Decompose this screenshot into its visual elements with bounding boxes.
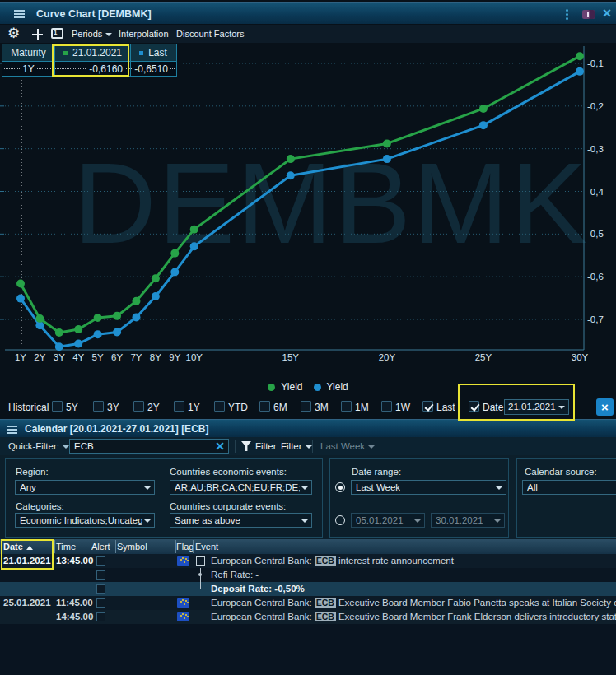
event-cell: Deposit Rate: -0,50%: [211, 584, 305, 594]
menu-icon[interactable]: [14, 10, 25, 20]
data-point: [190, 226, 198, 234]
x-axis-label: 20Y: [379, 352, 396, 362]
countries-econ-select[interactable]: AR;AU;BR;CA;CN;EU;FR;DE;IN;: [170, 480, 312, 495]
region-select[interactable]: Any: [15, 480, 155, 495]
column-header-symbol[interactable]: Symbol: [117, 542, 147, 552]
app-window: Curve Chart [DEMBMK] × ⚙ 1 Periods Inter…: [0, 0, 616, 675]
date-range-label: Date range:: [352, 467, 401, 477]
chart-panel-close-button[interactable]: ×: [596, 398, 614, 416]
ecb-badge: ECB: [315, 556, 336, 566]
time-cell: 11:45.00: [56, 598, 93, 608]
discount-factors-menu[interactable]: Discount Factors: [176, 29, 245, 39]
historical-1y-checkbox[interactable]: [174, 401, 184, 412]
calendar-filter-form: Region: Any Countries economic events: A…: [0, 455, 616, 539]
countries-corp-select[interactable]: Same as above: [170, 513, 312, 528]
filter-menu[interactable]: Filter: [281, 441, 312, 451]
more-options-icon[interactable]: [566, 9, 568, 21]
x-axis-label: 5Y: [92, 352, 104, 362]
yield-green-legend-icon: [268, 384, 275, 391]
historical-6m-checkbox[interactable]: [259, 401, 270, 412]
blue-series-marker: [139, 51, 143, 55]
collapse-expander-icon[interactable]: [196, 556, 205, 566]
historical-2y-checkbox[interactable]: [133, 401, 144, 412]
quick-filter-label[interactable]: Quick-Filter:: [8, 441, 69, 451]
historical-2y-label: 2Y: [147, 402, 160, 413]
date-from-select[interactable]: 05.01.2021: [351, 513, 425, 528]
interpolation-menu[interactable]: Interpolation: [119, 29, 169, 39]
historical-3y-checkbox[interactable]: [93, 401, 104, 412]
date-range-custom-radio[interactable]: [335, 515, 345, 525]
historical-1w-checkbox[interactable]: [381, 401, 392, 412]
tree-line: [200, 589, 209, 589]
ecb-badge: ECB: [315, 598, 336, 608]
x-axis-label: 10Y: [185, 352, 203, 362]
layout-icon[interactable]: 1: [51, 28, 63, 39]
categories-select[interactable]: Economic Indicators;Uncategoriz: [15, 513, 155, 528]
calendar-source-box: Calendar source: All: [516, 458, 616, 538]
x-axis-label: 15Y: [282, 352, 300, 362]
chart-toolbar: ⚙ 1 Periods Interpolation Discount Facto…: [0, 25, 616, 43]
column-header-flag[interactable]: Flag: [176, 542, 194, 552]
data-point: [287, 171, 295, 179]
column-header-alert[interactable]: Alert: [91, 542, 110, 552]
calendar-row[interactable]: 14:45.00European Central Bank:ECBExecuti…: [0, 610, 616, 624]
chevron-down-icon: [105, 33, 112, 36]
alert-checkbox[interactable]: [96, 584, 105, 594]
column-header-time[interactable]: Time: [56, 542, 76, 552]
data-point: [16, 295, 25, 303]
periods-menu[interactable]: Periods: [72, 29, 112, 39]
filter-funnel-icon[interactable]: [241, 441, 251, 451]
alert-checkbox[interactable]: [96, 570, 105, 580]
source-select[interactable]: All: [522, 480, 616, 495]
calendar-titlebar: Calendar [20.01.2021-27.01.2021] [ECB]: [0, 419, 616, 437]
calendar-row[interactable]: 25.01.202111:45.00European Central Bank:…: [0, 596, 616, 610]
yield-blue-legend-icon: [314, 384, 321, 391]
tooltip-maturity-value: 1Y: [20, 63, 37, 75]
tooltip-maturity-header: Maturity: [2, 47, 54, 58]
x-axis-label: 8Y: [150, 352, 161, 362]
add-icon[interactable]: [32, 29, 43, 40]
countries-corp-label: Countries corporate events:: [170, 501, 286, 511]
historical-3m-checkbox[interactable]: [301, 401, 311, 412]
range-menu[interactable]: Last Week: [320, 441, 375, 451]
column-header-event[interactable]: Event: [195, 542, 218, 552]
historical-5y-label: 5Y: [66, 402, 78, 413]
data-point: [152, 274, 160, 282]
close-window-icon[interactable]: ×: [599, 5, 615, 21]
calendar-menu-icon[interactable]: [7, 426, 17, 435]
dock-window-icon[interactable]: [582, 10, 595, 19]
highlight-box-date-column: [1, 539, 54, 570]
historical-last-label: Last: [436, 402, 455, 413]
historical-6m-label: 6M: [273, 402, 287, 413]
historical-last-checkbox[interactable]: [422, 401, 433, 412]
historical-ytd-checkbox[interactable]: [214, 401, 225, 412]
date-range-select[interactable]: Last Week: [351, 480, 506, 495]
historical-1w-label: 1W: [395, 402, 410, 413]
data-point: [113, 312, 121, 320]
date-range-preset-radio[interactable]: [335, 482, 345, 492]
date-cell: 25.01.2021: [3, 598, 51, 608]
data-point: [170, 268, 179, 276]
separator: [312, 440, 313, 453]
historical-1m-checkbox[interactable]: [341, 401, 352, 412]
alert-checkbox[interactable]: [96, 556, 105, 566]
historical-1m-label: 1M: [355, 402, 369, 413]
clear-filter-icon[interactable]: ✕: [215, 440, 225, 453]
calendar-table-empty-area: [0, 624, 616, 675]
x-axis-label: 6Y: [111, 352, 123, 362]
filter-button[interactable]: Filter: [255, 441, 277, 451]
alert-checkbox[interactable]: [96, 612, 105, 621]
data-point: [55, 342, 63, 351]
alert-checkbox[interactable]: [96, 598, 105, 608]
column-separator: [115, 540, 116, 553]
y-axis-label: -0,7: [587, 314, 604, 324]
chevron-down-icon: [63, 445, 69, 449]
calendar-row[interactable]: 21.01.202113:45.00European Central Bank:…: [0, 554, 616, 568]
date-to-select[interactable]: 30.01.2021: [431, 513, 505, 528]
historical-5y-checkbox[interactable]: [52, 401, 63, 412]
historical-1y-label: 1Y: [188, 402, 200, 413]
calendar-row[interactable]: Deposit Rate: -0,50%: [0, 582, 616, 596]
settings-gear-icon[interactable]: ⚙: [7, 25, 20, 42]
quick-filter-input[interactable]: ECB✕: [69, 439, 229, 454]
calendar-row[interactable]: Refi Rate: -: [0, 568, 616, 582]
